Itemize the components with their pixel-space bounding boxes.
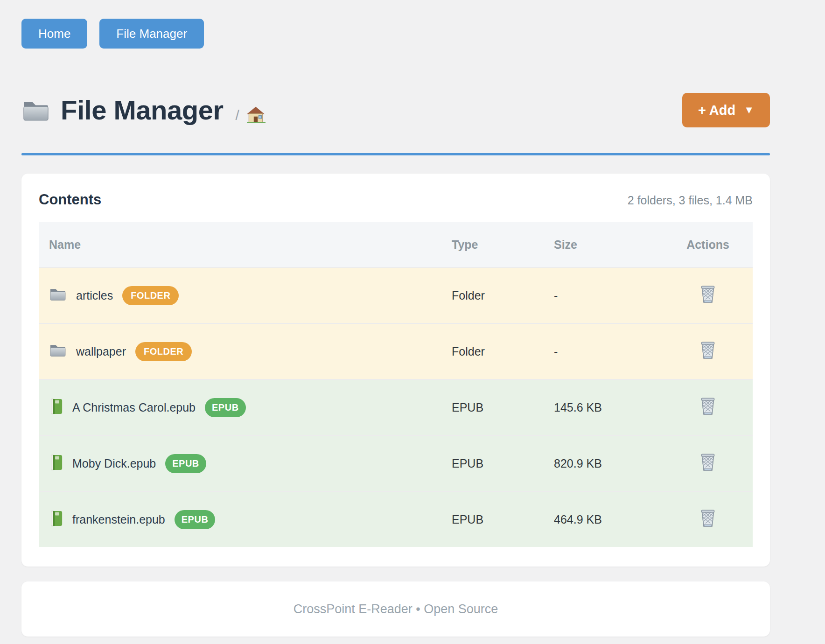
- table-row-frankenstein[interactable]: frankenstein.epub EPUB EPUB 464.9 KB: [39, 491, 753, 547]
- table-row-christmas-carol[interactable]: A Christmas Carol.epub EPUB EPUB 145.6 K…: [39, 379, 753, 435]
- folder-badge: FOLDER: [135, 342, 192, 361]
- breadcrumb-separator: /: [236, 107, 239, 123]
- contents-summary: 2 folders, 3 files, 1.4 MB: [628, 194, 753, 207]
- header-divider: [21, 153, 770, 155]
- page-header: File Manager / + Add ▼: [21, 89, 770, 132]
- house-icon[interactable]: [246, 105, 266, 124]
- book-icon: [49, 510, 63, 529]
- file-size: -: [554, 323, 663, 379]
- trash-icon: [699, 410, 716, 417]
- file-type: Folder: [452, 323, 554, 379]
- epub-badge: EPUB: [175, 510, 216, 529]
- nav-file-manager-button[interactable]: File Manager: [99, 19, 204, 49]
- title-group: File Manager /: [21, 89, 266, 132]
- card-header: Contents 2 folders, 3 files, 1.4 MB: [39, 191, 753, 208]
- footer-text: CrossPoint E-Reader • Open Source: [294, 602, 498, 616]
- trash-icon: [699, 354, 716, 361]
- top-nav: Home File Manager: [21, 19, 770, 49]
- files-table: Name Type Size Actions articles FOLDER F…: [39, 222, 753, 547]
- file-name: articles: [76, 288, 113, 302]
- delete-button[interactable]: [699, 340, 716, 360]
- delete-button[interactable]: [699, 452, 716, 472]
- contents-heading: Contents: [39, 191, 101, 208]
- file-size: 464.9 KB: [554, 491, 663, 547]
- file-size: -: [554, 267, 663, 323]
- file-type: Folder: [452, 267, 554, 323]
- contents-card: Contents 2 folders, 3 files, 1.4 MB Name…: [21, 174, 770, 567]
- folder-icon: [21, 98, 50, 122]
- file-size: 145.6 KB: [554, 379, 663, 435]
- column-header-size: Size: [554, 222, 663, 267]
- page-title: File Manager: [61, 89, 224, 132]
- delete-button[interactable]: [699, 396, 716, 416]
- epub-badge: EPUB: [205, 398, 246, 417]
- delete-button[interactable]: [699, 284, 716, 304]
- file-type: EPUB: [452, 379, 554, 435]
- book-icon: [49, 454, 63, 473]
- file-type: EPUB: [452, 435, 554, 491]
- folder-badge: FOLDER: [122, 286, 179, 305]
- footer: CrossPoint E-Reader • Open Source: [21, 581, 770, 637]
- delete-button[interactable]: [699, 508, 716, 528]
- trash-icon: [699, 298, 716, 305]
- file-name: A Christmas Carol.epub: [72, 400, 196, 414]
- folder-icon: [49, 343, 67, 360]
- caret-down-icon: ▼: [744, 105, 754, 115]
- epub-badge: EPUB: [165, 454, 206, 473]
- add-button-label: + Add: [698, 103, 735, 118]
- table-row-wallpaper[interactable]: wallpaper FOLDER Folder -: [39, 323, 753, 379]
- column-header-type: Type: [452, 222, 554, 267]
- add-button[interactable]: + Add ▼: [682, 93, 770, 127]
- file-name: wallpaper: [76, 344, 126, 358]
- file-type: EPUB: [452, 491, 554, 547]
- table-row-articles[interactable]: articles FOLDER Folder -: [39, 267, 753, 323]
- page-container: Home File Manager File Manager / + Add ▼…: [21, 0, 770, 637]
- book-icon: [49, 398, 63, 417]
- file-size: 820.9 KB: [554, 435, 663, 491]
- nav-home-button[interactable]: Home: [21, 19, 87, 49]
- column-header-name: Name: [39, 222, 452, 267]
- trash-icon: [699, 466, 716, 473]
- table-row-moby-dick[interactable]: Moby Dick.epub EPUB EPUB 820.9 KB: [39, 435, 753, 491]
- column-header-actions: Actions: [663, 222, 753, 267]
- file-name: Moby Dick.epub: [72, 456, 156, 470]
- trash-icon: [699, 522, 716, 529]
- folder-icon: [49, 287, 67, 304]
- file-name: frankenstein.epub: [72, 512, 165, 526]
- table-header-row: Name Type Size Actions: [39, 222, 753, 267]
